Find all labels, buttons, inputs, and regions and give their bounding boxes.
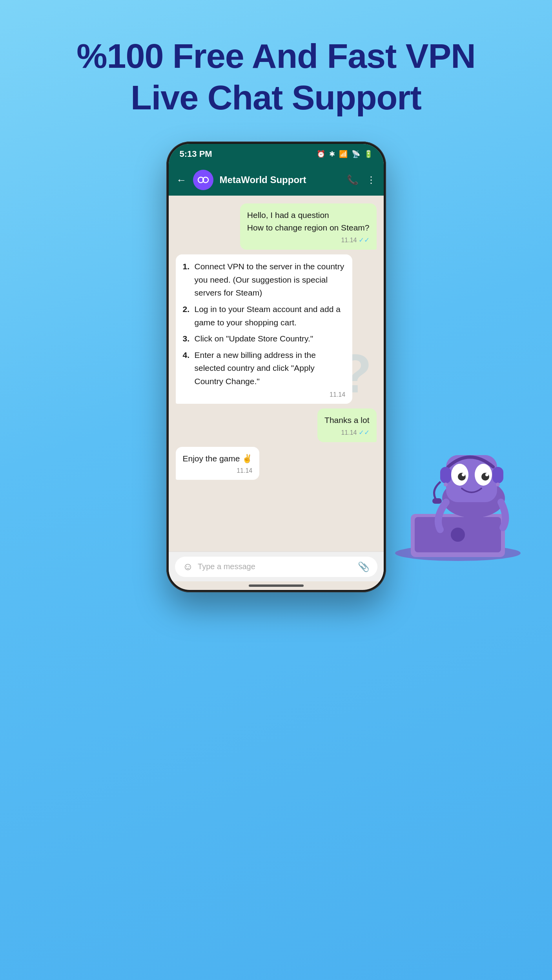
phone-icon[interactable]: 📞 (347, 174, 359, 185)
avatar (193, 170, 213, 190)
message-received-2: Enjoy the game ✌ 11.14 (176, 447, 260, 480)
message-placeholder: Type a message (198, 562, 353, 571)
message-time-4: 11.14 (183, 467, 253, 474)
phone-scene: 5:13 PM ⏰ ✱ 📶 📡 🔋 ← (0, 142, 552, 592)
header-action-icons: 📞 ⋮ (347, 174, 376, 185)
header-title: %100 Free And Fast VPN Live Chat Support (77, 35, 475, 118)
message-time-2: 11.14 (183, 391, 346, 398)
svg-point-18 (496, 483, 500, 486)
phone-screen: 5:13 PM ⏰ ✱ 📶 📡 🔋 ← (169, 144, 384, 590)
svg-point-17 (444, 483, 448, 486)
header-line2: Live Chat Support (77, 77, 475, 118)
input-bar: ☺ Type a message 📎 (169, 552, 384, 581)
message-time-1: 11.14 ✓✓ (247, 236, 370, 244)
status-icons: ⏰ ✱ 📶 📡 🔋 (317, 150, 373, 158)
wifi-icon: 📶 (339, 150, 348, 158)
message-sent-1: Hello, I had a questionHow to change reg… (240, 203, 377, 250)
chat-header: ← MetaWorld Support 📞 ⋮ (169, 164, 384, 196)
status-bar: 5:13 PM ⏰ ✱ 📶 📡 🔋 (169, 144, 384, 164)
message-input-field[interactable]: ☺ Type a message 📎 (175, 557, 377, 577)
header-section: %100 Free And Fast VPN Live Chat Support (77, 0, 475, 118)
signal-icon: 📡 (352, 150, 360, 158)
status-time: 5:13 PM (180, 149, 212, 159)
home-indicator (249, 584, 304, 587)
svg-point-5 (451, 528, 465, 542)
svg-rect-14 (440, 467, 451, 483)
read-ticks-2: ✓✓ (359, 428, 370, 437)
page-container: %100 Free And Fast VPN Live Chat Support… (0, 0, 552, 592)
message-time-3: 11.14 ✓✓ (324, 428, 369, 437)
robot-character (379, 416, 528, 581)
bluetooth-icon: ✱ (329, 150, 335, 158)
back-button[interactable]: ← (177, 174, 187, 186)
phone-wrapper: 5:13 PM ⏰ ✱ 📶 📡 🔋 ← (162, 142, 390, 592)
alarm-icon: ⏰ (317, 150, 325, 158)
chat-name: MetaWorld Support (220, 174, 341, 185)
message-text-3: Thanks a lot (324, 414, 369, 426)
list-item-2: 2. Log in to your Steam account and add … (183, 303, 346, 329)
chat-body[interactable]: Hello, I had a questionHow to change reg… (169, 196, 384, 552)
svg-point-13 (485, 473, 488, 476)
svg-rect-16 (432, 498, 442, 504)
attach-button[interactable]: 📎 (358, 561, 370, 572)
message-text-1: Hello, I had a questionHow to change reg… (247, 209, 370, 234)
phone-frame: 5:13 PM ⏰ ✱ 📶 📡 🔋 ← (166, 142, 386, 592)
svg-point-12 (462, 473, 465, 476)
message-received-1: 1. Connect VPN to the server in the coun… (176, 254, 353, 403)
more-options-icon[interactable]: ⋮ (366, 174, 376, 185)
read-ticks-1: ✓✓ (359, 236, 370, 244)
header-line1: %100 Free And Fast VPN (77, 35, 475, 77)
message-text-4: Enjoy the game ✌ (183, 452, 253, 465)
list-item-3: 3. Click on "Update Store Country." (183, 332, 346, 345)
list-item-1: 1. Connect VPN to the server in the coun… (183, 260, 346, 299)
svg-rect-15 (492, 467, 503, 483)
battery-icon: 🔋 (364, 150, 373, 158)
list-item-4: 4. Enter a new billing address in the se… (183, 348, 346, 388)
instruction-list: 1. Connect VPN to the server in the coun… (183, 260, 346, 388)
emoji-button[interactable]: ☺ (183, 561, 193, 573)
message-sent-2: Thanks a lot 11.14 ✓✓ (317, 408, 376, 443)
